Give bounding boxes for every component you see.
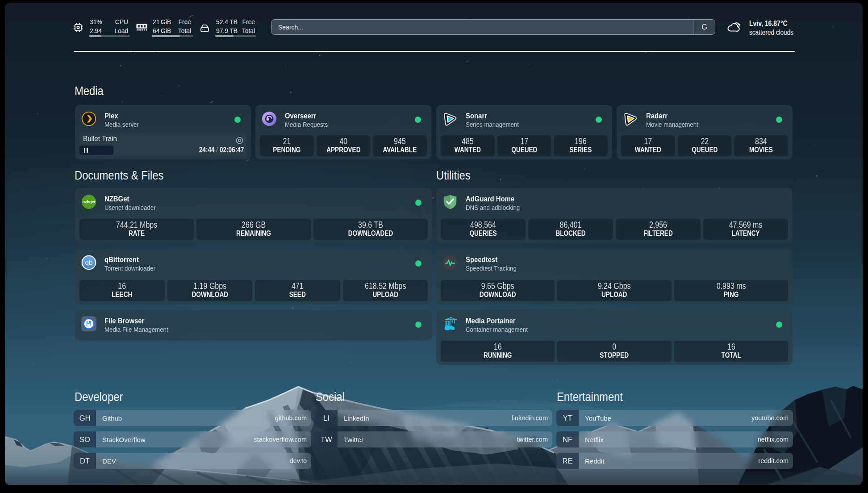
svg-text:qb: qb [85,259,93,266]
svg-text:nzbget: nzbget [82,200,95,204]
